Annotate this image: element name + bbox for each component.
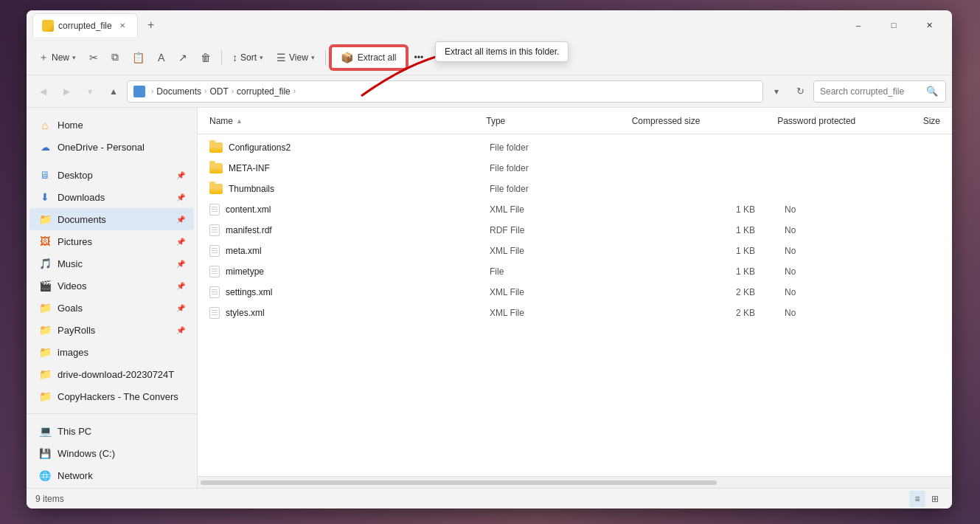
sidebar-item-music[interactable]: 🎵 Music 📌	[29, 252, 194, 275]
sidebar-item-desktop[interactable]: 🖥 Desktop 📌	[29, 164, 194, 186]
file-name-meta-xml: meta.xml	[209, 245, 490, 257]
up-button[interactable]: ▲	[103, 81, 124, 102]
file-row[interactable]: content.xml XML File 1 KB No	[198, 199, 952, 220]
sidebar-item-payrolls[interactable]: 📁 PayRolls 📌	[29, 319, 194, 341]
sidebar-label-thispc: This PC	[58, 426, 185, 437]
folder-icon-copyhackers: 📁	[38, 390, 52, 403]
file-row[interactable]: Configurations2 File folder	[198, 137, 952, 158]
column-name[interactable]: Name ▲	[209, 116, 486, 126]
forward-button[interactable]: ▶	[56, 81, 77, 102]
path-odt[interactable]: ODT	[209, 86, 228, 97]
sidebar-label-goals: Goals	[58, 303, 170, 314]
tooltip-container: Extract all items in this folder.	[435, 41, 569, 62]
path-chevron-4: ›	[293, 87, 296, 95]
videos-icon: 🎬	[38, 279, 52, 292]
paste-button[interactable]: 📋	[126, 46, 150, 69]
column-password[interactable]: Password protected	[777, 116, 922, 126]
sidebar-item-copyhackers[interactable]: 📁 CopyHackers - The Convers	[29, 385, 194, 407]
tab-close-button[interactable]: ✕	[117, 20, 128, 32]
scrollbar-thumb[interactable]	[201, 480, 717, 485]
column-compressed[interactable]: Compressed size	[632, 116, 777, 126]
folder-icon-payrolls: 📁	[38, 323, 52, 337]
pictures-icon: 🖼	[38, 235, 52, 248]
sidebar-item-thispc[interactable]: 💻 This PC	[29, 420, 194, 442]
close-button[interactable]: ✕	[912, 13, 946, 37]
more-options-button[interactable]: •••	[409, 46, 430, 69]
sidebar-item-downloads[interactable]: ⬇ Downloads 📌	[29, 186, 194, 208]
separator-2	[325, 50, 326, 65]
sidebar-item-documents[interactable]: 📁 Documents 📌	[29, 208, 194, 230]
delete-button[interactable]: 🗑	[195, 46, 217, 69]
grid-view-button[interactable]: ⊞	[927, 491, 943, 507]
sidebar-item-network[interactable]: 🌐 Network	[29, 464, 194, 486]
active-tab[interactable]: corrupted_file ✕	[32, 13, 138, 37]
tooltip-box: Extract all items in this folder.	[435, 41, 569, 62]
downloads-icon: ⬇	[38, 190, 52, 204]
file-name-content-xml: content.xml	[209, 204, 490, 216]
maximize-button[interactable]: □	[877, 13, 911, 37]
cut-button[interactable]: ✂	[83, 46, 104, 69]
sidebar-item-drive-download[interactable]: 📁 drive-download-20230724T	[29, 363, 194, 385]
folder-icon-goals: 📁	[38, 301, 52, 314]
horizontal-scrollbar[interactable]	[198, 476, 952, 488]
tooltip-text: Extract all items in this folder.	[445, 46, 559, 57]
view-button[interactable]: ☰ View ▾	[271, 46, 321, 69]
path-bar[interactable]: › Documents › ODT › corrupted_file ›	[127, 80, 763, 103]
sidebar-label-pictures: Pictures	[58, 236, 170, 247]
doc-icon	[209, 224, 220, 236]
pin-icon-music: 📌	[176, 260, 185, 268]
doc-icon	[209, 286, 220, 298]
item-count: 9 items	[35, 494, 64, 504]
share-icon: ↗	[178, 52, 187, 63]
file-name-manifest-rdf: manifest.rdf	[209, 224, 490, 236]
new-tab-button[interactable]: +	[141, 15, 161, 35]
search-icon: 🔍	[926, 86, 938, 97]
folder-icon-images: 📁	[38, 345, 52, 359]
path-expand-button[interactable]: ▾	[766, 81, 787, 102]
column-size[interactable]: Size	[923, 116, 940, 126]
folder-icon	[209, 163, 223, 173]
address-bar: ◀ ▶ ▾ ▲ › Documents › ODT › corrupted_fi…	[27, 75, 952, 108]
cloud-icon: ☁	[38, 140, 52, 154]
sidebar-item-videos[interactable]: 🎬 Videos 📌	[29, 275, 194, 297]
refresh-button[interactable]: ↻	[790, 81, 810, 102]
path-corrupted-file[interactable]: corrupted_file	[237, 86, 291, 97]
file-row[interactable]: meta.xml XML File 1 KB No	[198, 241, 952, 261]
pin-icon-payrolls: 📌	[176, 326, 185, 334]
file-row[interactable]: styles.xml XML File 2 KB No	[198, 303, 952, 323]
file-row[interactable]: settings.xml XML File 2 KB No	[198, 282, 952, 303]
list-view-button[interactable]: ≡	[909, 491, 925, 507]
file-list-header: Name ▲ Type Compressed size Password pro…	[198, 108, 952, 134]
sidebar-item-pictures[interactable]: 🖼 Pictures 📌	[29, 230, 194, 252]
view-label: View	[289, 52, 308, 63]
file-row[interactable]: META-INF File folder	[198, 158, 952, 179]
file-row[interactable]: mimetype File 1 KB No	[198, 261, 952, 282]
sidebar-item-home[interactable]: ⌂ Home	[29, 114, 194, 136]
file-row[interactable]: manifest.rdf RDF File 1 KB No	[198, 220, 952, 241]
extract-all-button[interactable]: 📦 Extract all	[330, 46, 407, 69]
file-row[interactable]: Thumbnails File folder	[198, 179, 952, 199]
column-type[interactable]: Type	[486, 116, 631, 126]
file-list: Configurations2 File folder META-INF Fil…	[198, 134, 952, 476]
back-button[interactable]: ◀	[32, 81, 53, 102]
music-icon: 🎵	[38, 257, 52, 270]
sort-chevron-icon: ▾	[260, 54, 263, 61]
rename-button[interactable]: 𝖠	[152, 46, 171, 69]
sidebar-item-onedrive[interactable]: ☁ OneDrive - Personal	[29, 136, 194, 158]
sidebar-label-home: Home	[58, 120, 185, 131]
path-chevron-2: ›	[204, 87, 206, 95]
sidebar-item-goals[interactable]: 📁 Goals 📌	[29, 297, 194, 319]
sidebar-label-desktop: Desktop	[58, 170, 170, 181]
sidebar-item-windows-c[interactable]: 💾 Windows (C:)	[29, 442, 194, 464]
minimize-button[interactable]: –	[841, 13, 875, 37]
network-icon: 🌐	[38, 469, 52, 482]
new-button[interactable]: ＋ New ▾	[32, 46, 82, 69]
sort-button[interactable]: ↕ Sort ▾	[226, 46, 269, 69]
copy-button[interactable]: ⧉	[105, 46, 125, 69]
search-input[interactable]	[820, 86, 923, 97]
path-documents[interactable]: Documents	[156, 86, 201, 97]
share-button[interactable]: ↗	[173, 46, 193, 69]
sidebar-item-images[interactable]: 📁 images	[29, 341, 194, 363]
recent-button[interactable]: ▾	[80, 81, 100, 102]
paste-icon: 📋	[132, 52, 145, 63]
